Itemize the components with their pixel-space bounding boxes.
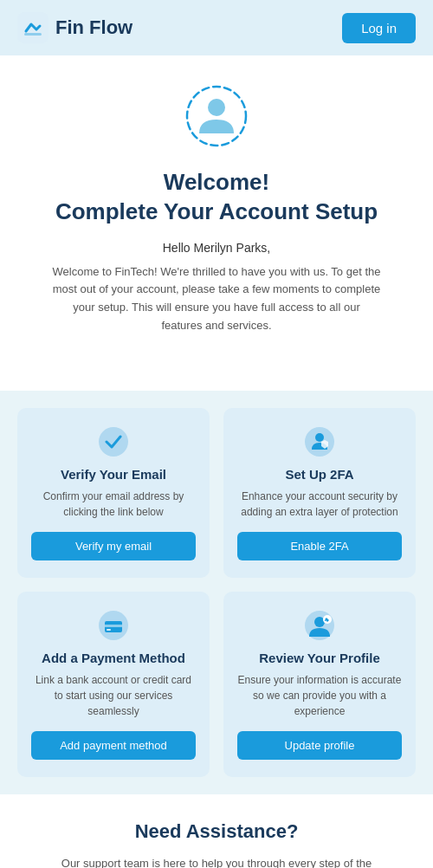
card-payment: Add a Payment Method Link a bank account… <box>17 592 210 777</box>
payment-icon <box>97 609 130 642</box>
svg-point-3 <box>208 99 225 116</box>
card-verify-email: Verify Your Email Confirm your email add… <box>17 408 210 578</box>
logo-text: Fin Flow <box>55 16 132 39</box>
cards-grid: Verify Your Email Confirm your email add… <box>17 408 416 777</box>
logo-area: Fin Flow <box>17 12 132 43</box>
assistance-description: Our support team is here to help you thr… <box>52 855 381 868</box>
svg-rect-1 <box>24 33 42 36</box>
login-button[interactable]: Log in <box>342 13 416 43</box>
svg-point-6 <box>315 433 324 442</box>
page-header: Fin Flow Log in <box>0 0 433 55</box>
card-profile-title: Review Your Profile <box>259 651 380 665</box>
greeting-text: Hello Merilyn Parks, <box>35 241 398 255</box>
profile-icon <box>303 609 336 642</box>
enable-2fa-button[interactable]: Enable 2FA <box>237 532 402 560</box>
card-verify-email-title: Verify Your Email <box>61 467 166 482</box>
card-payment-title: Add a Payment Method <box>42 651 185 665</box>
add-payment-button[interactable]: Add payment method <box>31 731 196 760</box>
card-verify-email-desc: Confirm your email address by clicking t… <box>31 489 196 520</box>
svg-rect-9 <box>105 625 122 627</box>
card-setup-2fa-title: Set Up 2FA <box>285 467 353 482</box>
assistance-section: Need Assistance? Our support team is her… <box>0 794 433 868</box>
card-payment-desc: Link a bank account or credit card to st… <box>31 672 196 719</box>
shield-icon <box>303 425 336 458</box>
card-setup-2fa: Set Up 2FA Enhance your account security… <box>223 408 416 578</box>
hero-section: Welcome!Complete Your Account Setup Hell… <box>35 81 398 365</box>
card-profile: Review Your Profile Ensure your informat… <box>223 592 416 777</box>
card-setup-2fa-desc: Enhance your account security by adding … <box>237 489 402 520</box>
check-circle-icon <box>97 425 130 458</box>
hero-icon <box>182 81 251 151</box>
svg-rect-10 <box>107 629 111 631</box>
hero-title: Welcome!Complete Your Account Setup <box>35 168 398 227</box>
assistance-title: Need Assistance? <box>35 820 398 843</box>
card-profile-desc: Ensure your information is accurate so w… <box>237 672 402 719</box>
hero-description: Welcome to FinTech! We're thrilled to ha… <box>52 263 381 335</box>
verify-email-button[interactable]: Verify my email <box>31 532 196 560</box>
cards-section: Verify Your Email Confirm your email add… <box>0 391 433 794</box>
svg-point-4 <box>99 427 128 457</box>
logo-icon <box>17 12 48 43</box>
update-profile-button[interactable]: Update profile <box>237 731 402 760</box>
main-content: Welcome!Complete Your Account Setup Hell… <box>0 55 433 391</box>
